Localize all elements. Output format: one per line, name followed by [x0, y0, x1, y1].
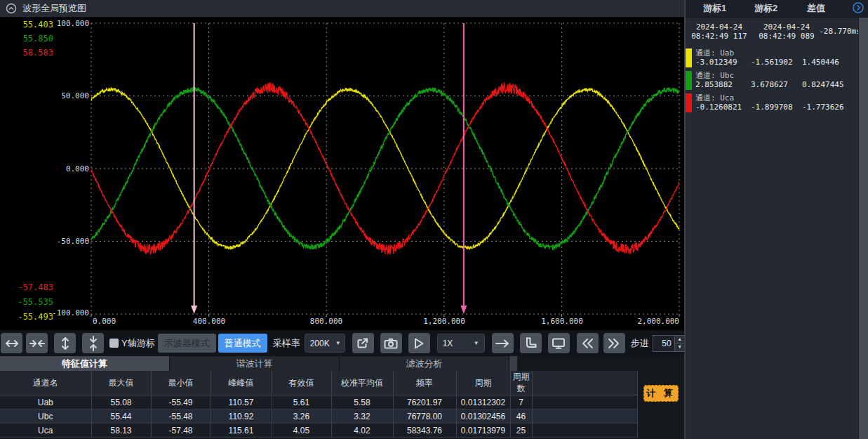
- sample-rate-label: 采样率: [273, 337, 300, 350]
- wave-uca: [91, 82, 679, 254]
- step-spinner[interactable]: 50 ▲ ▼: [653, 335, 686, 352]
- channel-color-uab: [686, 48, 692, 67]
- ruler-button[interactable]: [520, 333, 542, 353]
- arrow-right-button[interactable]: [492, 333, 514, 353]
- cursor-times-row: 2024-04-24 08:42:49 117 2024-04-24 08:42…: [686, 18, 868, 44]
- channel-row-uab: 通道: Uab -3.012349 -1.561902 1.450446: [686, 47, 868, 69]
- y-tick-100: 100.000: [0, 19, 89, 28]
- channel-row-uca: 通道: Uca -0.1260821 -1.899708 -1.773626: [686, 92, 868, 114]
- min-label-ubc: -55.535: [0, 297, 53, 307]
- h-expand-button[interactable]: [1, 333, 22, 353]
- max-label-uca: 58.583: [0, 48, 53, 58]
- cursor-panel: 游标1 游标2 差值 2024-04-24 08:42:49 117 2024-…: [684, 0, 868, 439]
- y-tick-50: 50.000: [0, 91, 89, 100]
- v-expand-button[interactable]: [54, 333, 76, 353]
- y-axis-cursor-label: Y轴游标: [121, 337, 155, 350]
- title-bar: 波形全局预览图: [0, 0, 684, 18]
- x-tick-1200: 1,200.000: [423, 317, 465, 326]
- channel-name: 通道: Uab: [695, 48, 734, 58]
- max-label-ubc: 55.850: [0, 34, 53, 44]
- spinner-down-icon[interactable]: ▼: [675, 343, 685, 351]
- tab-filter-analysis[interactable]: 滤波分析: [340, 356, 509, 371]
- caret-down-icon: ▼: [335, 340, 341, 346]
- table-row-uca: Uca 58.13 -57.48 115.61 4.05 4.02 58343.…: [0, 424, 637, 438]
- normal-mode-button[interactable]: 普通模式: [218, 334, 267, 353]
- v-compress-button[interactable]: [82, 333, 104, 353]
- tab-harmonic-calc[interactable]: 谐波计算: [170, 356, 340, 371]
- tab-feature-calc[interactable]: 特征值计算: [0, 356, 170, 371]
- step-value[interactable]: 50: [653, 336, 674, 351]
- channel-row-ubc: 通道: Ubc 2.853882 3.678627 0.8247445: [686, 70, 868, 91]
- step-label: 步进: [631, 337, 649, 350]
- y-axis-cursor-checkbox[interactable]: [109, 339, 119, 348]
- sample-rate-select[interactable]: 200K▼: [305, 334, 345, 353]
- y-tick-n50: -50.000: [0, 237, 89, 246]
- cursor2-header: 游标2: [754, 2, 807, 15]
- panel-scrollbar[interactable]: [858, 18, 868, 439]
- channel-color-ubc: [686, 71, 692, 90]
- play-button[interactable]: [408, 333, 430, 353]
- x-tick-800: 800.000: [310, 317, 342, 326]
- monitor-button[interactable]: [548, 333, 570, 353]
- difference-header: 差值: [807, 2, 825, 15]
- channel-name: 通道: Ubc: [695, 70, 734, 81]
- export-button[interactable]: [352, 333, 374, 353]
- h-compress-button[interactable]: [26, 333, 48, 353]
- waveform-app: 波形全局预览图 55.403 55.850 58.583 -57.483 -55…: [0, 0, 868, 439]
- cursor1-header: 游标1: [703, 2, 754, 15]
- y-tick-0: 0.000: [0, 164, 89, 173]
- page-title: 波形全局预览图: [22, 2, 86, 15]
- table-row-uab: Uab 55.08 -55.49 110.57 5.61 5.58 76201.…: [0, 395, 637, 409]
- channel-name: 通道: Uca: [695, 93, 734, 103]
- collapse-up-icon[interactable]: [6, 3, 17, 14]
- calculate-button[interactable]: 计 算: [643, 385, 679, 402]
- y-tick-n100: -100.000: [0, 308, 89, 317]
- bottom-tab-bar: 特征值计算 谐波计算 滤波分析: [0, 356, 684, 371]
- plot-grid: [91, 23, 679, 317]
- oscilloscope-mode-button[interactable]: 示波器模式: [158, 334, 216, 353]
- x-tick-0: 0.000: [93, 317, 116, 326]
- toolbar: Y轴游标 示波器模式 普通模式 采样率 200K▼ 1X▼: [0, 330, 684, 356]
- step-forward-button[interactable]: [603, 333, 625, 353]
- cursor-panel-header: 游标1 游标2 差值: [686, 0, 868, 18]
- table-row-ubc: Ubc 55.44 -55.48 110.92 3.26 3.32 76778.…: [0, 409, 637, 424]
- stats-table-zone: 通道名 最大值 最小值 峰峰值 有效值 校准平均值 频率 周期 周期数 Uab …: [0, 371, 684, 439]
- step-back-button[interactable]: [577, 333, 599, 353]
- camera-button[interactable]: [380, 333, 402, 353]
- panel-collapse-icon[interactable]: [852, 1, 864, 14]
- cursor1-timestamp: 2024-04-24 08:42:49 117: [684, 22, 754, 44]
- caret-down-icon: ▼: [474, 340, 479, 346]
- cursor-difference: -28.770ms: [819, 22, 861, 44]
- x-tick-2000: 2,000.000: [637, 317, 679, 326]
- left-section: 波形全局预览图 55.403 55.850 58.583 -57.483 -55…: [0, 0, 684, 439]
- min-label-uca: -57.483: [0, 282, 53, 292]
- zoom-select[interactable]: 1X▼: [437, 334, 485, 353]
- table-header-row: 通道名 最大值 最小值 峰峰值 有效值 校准平均值 频率 周期 周期数: [0, 371, 637, 395]
- x-tick-1600: 1,600.000: [541, 317, 583, 326]
- cursor2-timestamp: 2024-04-24 08:42:49 089: [754, 22, 819, 44]
- tab-bar-cap: [509, 356, 517, 371]
- plot-area: 55.403 55.850 58.583 -57.483 -55.535 -55…: [0, 18, 684, 330]
- stats-table: 通道名 最大值 最小值 峰峰值 有效值 校准平均值 频率 周期 周期数 Uab …: [0, 371, 638, 438]
- waveform-plot[interactable]: [91, 23, 679, 314]
- x-tick-400: 400.000: [193, 317, 225, 326]
- channel-color-uca: [686, 93, 692, 112]
- cursor-1[interactable]: [191, 23, 197, 314]
- spinner-up-icon[interactable]: ▲: [675, 336, 685, 344]
